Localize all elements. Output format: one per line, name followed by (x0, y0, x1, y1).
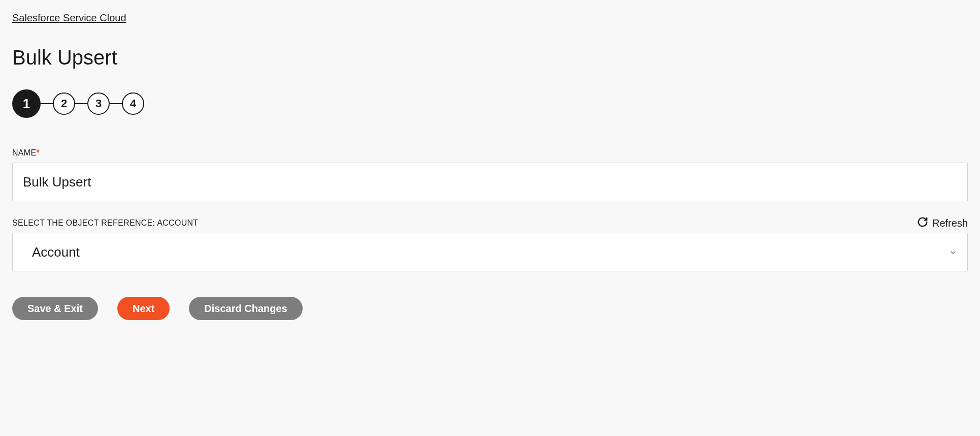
refresh-button[interactable]: Refresh (917, 216, 968, 230)
chevron-down-icon (949, 244, 957, 260)
step-4[interactable]: 4 (122, 92, 144, 115)
discard-changes-button[interactable]: Discard Changes (189, 297, 302, 320)
step-1[interactable]: 1 (12, 89, 41, 118)
step-3[interactable]: 3 (87, 92, 110, 115)
save-exit-button[interactable]: Save & Exit (12, 297, 98, 320)
step-connector (75, 103, 87, 104)
name-field-group: NAME* (12, 148, 968, 201)
refresh-label: Refresh (932, 217, 968, 229)
button-row: Save & Exit Next Discard Changes (12, 297, 968, 320)
breadcrumb-link[interactable]: Salesforce Service Cloud (12, 12, 126, 24)
page-title: Bulk Upsert (12, 46, 968, 69)
name-label-text: NAME (12, 148, 36, 157)
step-connector (110, 103, 122, 104)
next-button[interactable]: Next (117, 297, 170, 320)
required-asterisk: * (36, 148, 40, 157)
refresh-icon (917, 216, 928, 230)
stepper: 1 2 3 4 (12, 89, 968, 118)
object-ref-label: SELECT THE OBJECT REFERENCE: ACCOUNT (12, 219, 198, 228)
step-connector (41, 103, 53, 104)
object-ref-selected-value: Account (32, 244, 80, 260)
object-ref-label-row: SELECT THE OBJECT REFERENCE: ACCOUNT Ref… (12, 216, 968, 230)
object-ref-select[interactable]: Account (12, 233, 968, 271)
name-input[interactable] (12, 163, 968, 201)
step-2[interactable]: 2 (53, 92, 75, 115)
object-ref-field-group: SELECT THE OBJECT REFERENCE: ACCOUNT Ref… (12, 216, 968, 271)
name-field-label: NAME* (12, 148, 968, 158)
